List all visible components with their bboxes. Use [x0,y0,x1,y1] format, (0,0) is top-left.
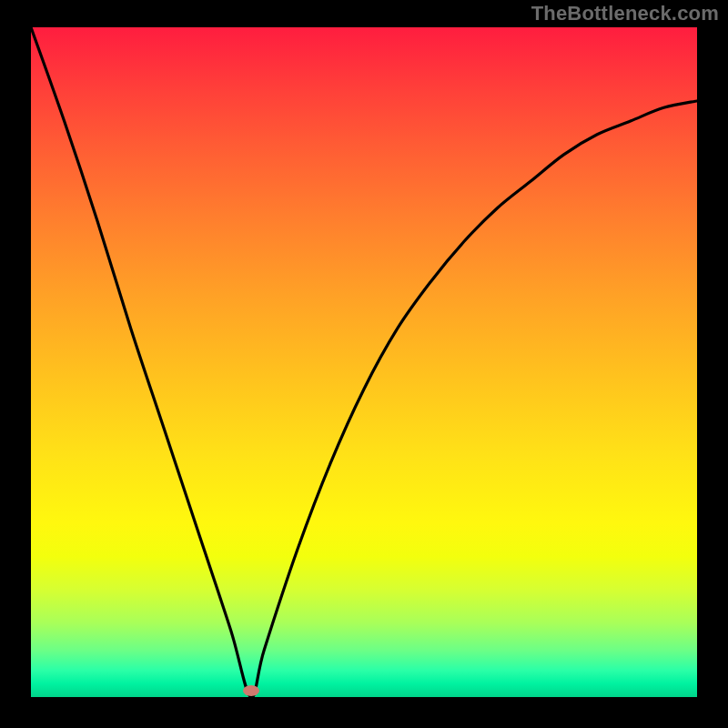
watermark-text: TheBottleneck.com [531,2,719,25]
bottleneck-curve [31,27,697,697]
plot-area [31,27,697,697]
curve-path [31,27,697,697]
minimum-marker [243,685,259,696]
chart-frame: TheBottleneck.com [0,0,728,728]
